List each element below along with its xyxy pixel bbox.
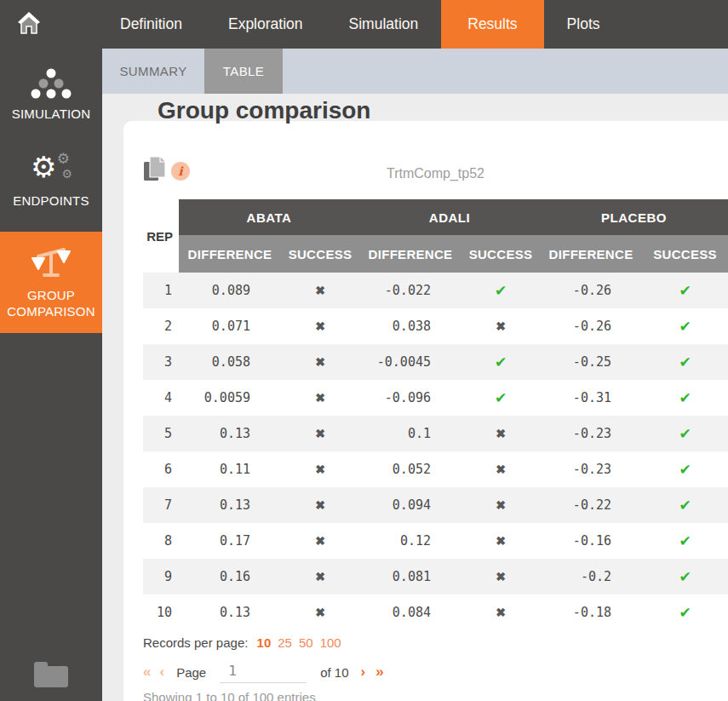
nav-item-definition[interactable]: Definition [97,0,205,49]
success-check-icon: ✔ [642,273,728,308]
difference-cell: 0.17 [179,523,281,559]
pagination-controls: « ‹ Page of 10 › » [143,659,384,685]
previous-page-button[interactable]: ‹ [159,664,164,681]
rep-cell: 10 [143,595,179,630]
table-row: 10.089✖-0.022✔-0.26✔ [143,273,728,308]
dataset-name-label: TrtmComp_tp52 [143,166,728,181]
sidebar-item-label: GROUP COMPARISON [3,287,99,319]
sidebar-item-group-comparison[interactable]: GROUP COMPARISON [0,232,102,333]
difference-cell: 0.071 [179,308,281,344]
failure-cross-icon: ✖ [461,523,540,559]
main-content: Group comparison i TrtmComp_tp52 [102,94,728,701]
failure-cross-icon: ✖ [281,523,359,559]
difference-cell: 0.16 [179,559,281,595]
difference-cell: 0.12 [359,523,461,559]
difference-cell: -0.31 [540,380,642,416]
sidebar-item-label: ENDPOINTS [3,192,99,209]
failure-cross-icon: ✖ [461,487,540,523]
difference-cell: 0.13 [179,595,281,630]
nav-item-results[interactable]: Results [441,0,543,49]
rep-cell: 9 [143,559,179,595]
first-page-button[interactable]: « [143,664,151,681]
table-row: 100.13✖0.084✖-0.18✔ [143,595,728,630]
difference-cell: 0.089 [179,273,281,308]
success-check-icon: ✔ [461,273,540,308]
records-options: 102550100 [257,635,348,650]
table-row: 80.17✖0.12✖-0.16✔ [143,523,728,559]
difference-cell: -0.23 [540,451,642,487]
difference-cell: -0.23 [540,416,642,451]
page-title: Group comparison [158,97,370,124]
table-row: 30.058✖-0.0045✔-0.25✔ [143,344,728,380]
nav-item-simulation[interactable]: Simulation [326,0,442,49]
table-head-groups: REPABATAADALIPLACEBO [143,199,728,235]
folder-button[interactable] [0,661,102,692]
page-label: Page [176,665,206,680]
rep-cell: 6 [143,451,179,487]
group-column-header: ABATA [179,199,359,235]
entries-summary: Showing 1 to 10 of 100 entries [143,690,316,701]
records-option-100[interactable]: 100 [320,635,341,650]
page-count-label: of 10 [320,665,348,680]
sub-column-header-difference: DIFFERENCE [179,235,281,273]
success-check-icon: ✔ [461,380,540,416]
next-page-button[interactable]: › [361,664,366,681]
rep-cell: 7 [143,487,179,523]
difference-cell: -0.22 [540,487,642,523]
home-icon [17,10,41,39]
top-nav: Definition Exploration Simulation Result… [0,0,728,49]
success-check-icon: ✔ [642,344,728,380]
sub-column-header-difference: DIFFERENCE [359,235,461,273]
records-option-50[interactable]: 50 [299,635,313,650]
success-check-icon: ✔ [642,416,728,451]
gears-icon: ⚙⚙⚙ [3,155,99,186]
success-check-icon: ✔ [642,559,728,595]
success-check-icon: ✔ [642,523,728,559]
rep-cell: 4 [143,380,179,416]
application-window: Definition Exploration Simulation Result… [0,0,728,701]
results-card: i TrtmComp_tp52 REPABATAADALIPLACEBO DIF… [123,121,728,701]
difference-cell: -0.16 [540,523,642,559]
table-row: 20.071✖0.038✖-0.26✔ [143,308,728,344]
nav-item-plots[interactable]: Plots [544,0,623,49]
difference-cell: 0.11 [179,451,281,487]
table-row: 40.0059✖-0.096✔-0.31✔ [143,380,728,416]
failure-cross-icon: ✖ [281,487,359,523]
failure-cross-icon: ✖ [281,273,359,308]
failure-cross-icon: ✖ [281,380,359,416]
difference-cell: 0.1 [359,416,461,451]
rep-cell: 8 [143,523,179,559]
sidebar-item-label: SIMULATION [3,106,99,122]
page-input[interactable] [220,661,307,683]
tab-table[interactable]: TABLE [204,49,283,94]
tab-summary[interactable]: SUMMARY [102,49,204,94]
failure-cross-icon: ✖ [461,595,540,630]
records-option-25[interactable]: 25 [278,635,292,650]
tab-bar: SUMMARY TABLE [102,49,728,94]
success-check-icon: ✔ [642,308,728,344]
rep-cell: 2 [143,308,179,344]
failure-cross-icon: ✖ [281,416,359,451]
rep-cell: 1 [143,273,179,308]
difference-cell: -0.26 [540,273,642,308]
cluster-icon [3,68,99,99]
difference-cell: -0.022 [359,273,461,308]
home-button[interactable] [0,0,56,49]
last-page-button[interactable]: » [375,664,383,681]
failure-cross-icon: ✖ [281,344,359,380]
folder-icon [32,661,71,692]
table-head-sub: DIFFERENCESUCCESSDIFFERENCESUCCESSDIFFER… [143,235,728,273]
sidebar-item-simulation[interactable]: SIMULATION [0,57,102,134]
difference-cell: 0.13 [179,487,281,523]
table-row: 70.13✖0.094✖-0.22✔ [143,487,728,523]
failure-cross-icon: ✖ [461,451,540,487]
sidebar-item-endpoints[interactable]: ⚙⚙⚙ ENDPOINTS [0,144,102,221]
nav-items: Definition Exploration Simulation Result… [97,0,623,49]
difference-cell: 0.081 [359,559,461,595]
records-option-10[interactable]: 10 [257,635,272,650]
success-check-icon: ✔ [642,595,728,630]
rep-cell: 5 [143,416,179,451]
success-check-icon: ✔ [642,451,728,487]
sidebar: SIMULATION ⚙⚙⚙ ENDPOINTS GROUP COMPARISO… [0,49,102,701]
nav-item-exploration[interactable]: Exploration [205,0,326,49]
